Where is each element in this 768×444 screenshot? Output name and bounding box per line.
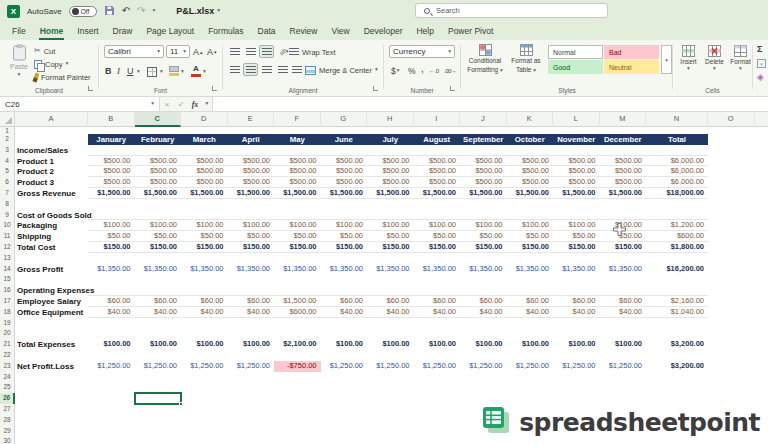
sheet-cell[interactable]: $60.00 bbox=[321, 296, 368, 307]
cell-style-bad[interactable]: Bad bbox=[604, 45, 659, 59]
tab-view[interactable]: View bbox=[324, 22, 356, 40]
sheet-cell[interactable]: $500.00 bbox=[321, 156, 368, 167]
sheet-cell[interactable]: $150.00 bbox=[135, 242, 182, 253]
sheet-cell[interactable] bbox=[274, 210, 321, 221]
decrease-decimal-button[interactable]: .00→ bbox=[444, 64, 456, 77]
sheet-cell[interactable]: $500.00 bbox=[553, 156, 600, 167]
chevron-down-icon[interactable]: ▾ bbox=[181, 69, 184, 75]
row-header-2[interactable]: 2 bbox=[0, 134, 14, 145]
sheet-cell[interactable] bbox=[88, 285, 135, 296]
sheet-cell[interactable]: $500.00 bbox=[600, 177, 647, 188]
sheet-cell[interactable]: $500.00 bbox=[553, 166, 600, 177]
sheet-cell[interactable]: $1,250.00 bbox=[507, 361, 554, 372]
sheet-cell[interactable]: $500.00 bbox=[274, 177, 321, 188]
name-box[interactable]: C26▾ bbox=[0, 97, 160, 111]
decrease-indent-button[interactable] bbox=[275, 63, 290, 76]
sheet-cell[interactable] bbox=[600, 210, 647, 221]
sheet-cell[interactable] bbox=[600, 145, 647, 156]
sheet-cell[interactable]: $1,350.00 bbox=[600, 264, 647, 275]
sheet-cell[interactable]: $100.00 bbox=[321, 339, 368, 350]
quick-access-chevron-icon[interactable]: ▾ bbox=[152, 8, 155, 14]
row-header-10[interactable]: 10 bbox=[0, 220, 14, 231]
sheet-cell[interactable]: $150.00 bbox=[460, 242, 507, 253]
sheet-cell[interactable]: $150.00 bbox=[181, 242, 228, 253]
sheet-cell[interactable] bbox=[414, 285, 461, 296]
sheet-cell[interactable]: $500.00 bbox=[460, 166, 507, 177]
sheet-cell[interactable]: $500.00 bbox=[414, 177, 461, 188]
row-label-18[interactable]: Office Equipment bbox=[17, 307, 83, 318]
sheet-cell[interactable]: $1,250.00 bbox=[181, 361, 228, 372]
spreadsheet-grid[interactable]: ABCDEFGHIJKLMNOP 12345678910111213141516… bbox=[0, 112, 768, 444]
sheet-cell[interactable]: $100.00 bbox=[181, 339, 228, 350]
sheet-cell[interactable]: $1,500.00 bbox=[600, 188, 647, 199]
row-label-12[interactable]: Total Cost bbox=[17, 242, 56, 253]
sheet-cell[interactable] bbox=[414, 210, 461, 221]
column-header-C[interactable]: C bbox=[135, 112, 182, 127]
clear-button[interactable]: ◈ bbox=[757, 73, 764, 82]
sheet-cell[interactable]: $6,000.00 bbox=[646, 177, 708, 188]
align-middle-button[interactable] bbox=[243, 45, 258, 58]
font-name-select[interactable]: Calibri▾ bbox=[104, 45, 164, 58]
sheet-cell[interactable]: $500.00 bbox=[367, 177, 414, 188]
shrink-font-button[interactable]: A▾ bbox=[207, 45, 217, 58]
sheet-cell[interactable]: $50.00 bbox=[367, 231, 414, 242]
tab-formulas[interactable]: Formulas bbox=[201, 22, 250, 40]
sheet-cell[interactable]: $500.00 bbox=[274, 166, 321, 177]
sheet-cell[interactable]: $1,350.00 bbox=[367, 264, 414, 275]
sheet-cell[interactable]: $100.00 bbox=[553, 339, 600, 350]
sheet-cell[interactable] bbox=[507, 285, 554, 296]
sheet-cell[interactable]: $60.00 bbox=[181, 296, 228, 307]
alignment-dialog-launcher-icon[interactable] bbox=[373, 86, 378, 91]
sheet-cell[interactable]: -$750.00 bbox=[274, 361, 321, 372]
row-header-6[interactable]: 6 bbox=[0, 177, 14, 188]
sheet-cell[interactable] bbox=[274, 145, 321, 156]
sheet-cell[interactable]: $100.00 bbox=[135, 339, 182, 350]
increase-decimal-button[interactable]: ←.0 bbox=[429, 64, 439, 77]
sheet-cell[interactable]: $100.00 bbox=[88, 220, 135, 231]
row-header-27[interactable]: 27 bbox=[0, 404, 14, 415]
row-header-17[interactable]: 17 bbox=[0, 296, 14, 307]
sheet-cell[interactable]: $100.00 bbox=[88, 339, 135, 350]
sheet-cell[interactable]: $50.00 bbox=[553, 231, 600, 242]
autosum-button[interactable]: Σ bbox=[757, 45, 762, 54]
sheet-cell[interactable]: $500.00 bbox=[181, 156, 228, 167]
sheet-cell[interactable]: $1,350.00 bbox=[553, 264, 600, 275]
sheet-cell[interactable] bbox=[228, 210, 275, 221]
insert-function-icon[interactable]: fx bbox=[188, 97, 202, 111]
sheet-cell[interactable]: $500.00 bbox=[274, 156, 321, 167]
sheet-cell[interactable] bbox=[600, 285, 647, 296]
sheet-cell[interactable] bbox=[460, 285, 507, 296]
sheet-cell[interactable]: $1,500.00 bbox=[553, 188, 600, 199]
sheet-cell[interactable] bbox=[460, 145, 507, 156]
sheet-cell[interactable] bbox=[321, 210, 368, 221]
row-label-9[interactable]: Cost of Goods Sold bbox=[17, 210, 92, 221]
row-label-14[interactable]: Gross Profit bbox=[17, 264, 63, 275]
sheet-cell[interactable]: $1,350.00 bbox=[228, 264, 275, 275]
column-header-N[interactable]: N bbox=[646, 112, 708, 127]
grow-font-button[interactable]: A▴ bbox=[193, 45, 203, 58]
row-label-7[interactable]: Gross Revenue bbox=[17, 188, 76, 199]
sheet-cell[interactable]: $500.00 bbox=[414, 156, 461, 167]
enter-icon[interactable]: ✓ bbox=[174, 97, 188, 111]
chevron-down-icon[interactable]: ▾ bbox=[202, 97, 212, 111]
sheet-cell[interactable]: $500.00 bbox=[321, 177, 368, 188]
autosave-toggle[interactable]: Off bbox=[69, 6, 97, 17]
row-header-16[interactable]: 16 bbox=[0, 285, 14, 296]
sheet-cell[interactable]: $100.00 bbox=[600, 339, 647, 350]
sheet-cell[interactable]: $60.00 bbox=[414, 296, 461, 307]
sheet-cell[interactable]: $1,500.00 bbox=[274, 188, 321, 199]
format-cells-button[interactable]: Format▾ bbox=[728, 45, 753, 72]
copy-button[interactable]: Copy▾ bbox=[34, 58, 68, 70]
sheet-cell[interactable]: $150.00 bbox=[88, 242, 135, 253]
row-header-12[interactable]: 12 bbox=[0, 242, 14, 253]
sheet-cell[interactable]: $150.00 bbox=[228, 242, 275, 253]
column-header-M[interactable]: M bbox=[600, 112, 647, 127]
sheet-cell[interactable]: $500.00 bbox=[414, 166, 461, 177]
sheet-cell[interactable]: $1,350.00 bbox=[321, 264, 368, 275]
align-center-button[interactable] bbox=[243, 63, 258, 76]
sheet-cell[interactable]: $1,500.00 bbox=[507, 188, 554, 199]
column-header-O[interactable]: O bbox=[708, 112, 755, 127]
sheet-cell[interactable]: $40.00 bbox=[135, 307, 182, 318]
row-header-29[interactable]: 29 bbox=[0, 426, 14, 437]
row-header-25[interactable]: 25 bbox=[0, 382, 14, 393]
